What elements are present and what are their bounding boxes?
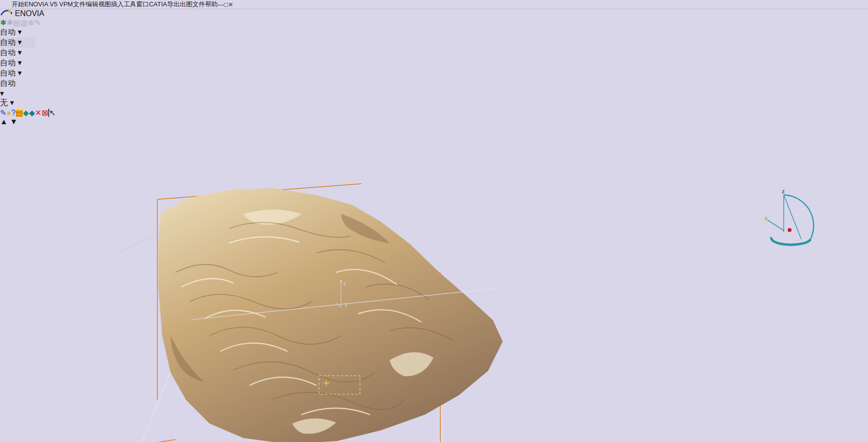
maximize-button[interactable]: □ [224, 1, 228, 8]
scroll-down-icon[interactable]: ▼ [10, 117, 18, 126]
toolbar-row-2: ENOVIA ✱✱▤▥⊕✎ 自动 ▾ 自动 ▾ 自动 ▾ 自动 ▾ 自动 [0, 9, 868, 117]
flag-tools-icon[interactable]: ✱ [0, 19, 6, 27]
enovia-logo: ENOVIA [0, 9, 868, 18]
auto-dropdown-6[interactable]: 自动 ▾ [0, 78, 20, 98]
chevron-down-icon: ▾ [10, 98, 14, 107]
minimize-button[interactable]: — [218, 1, 224, 8]
window-controls: —□✕ [218, 1, 233, 8]
menu-item[interactable]: 插入 [111, 0, 124, 8]
menu-item[interactable]: 开始 [12, 0, 24, 8]
view-compass [767, 195, 813, 245]
3d-viewport[interactable]: z y z x [0, 126, 868, 442]
close-button[interactable]: ✕ [228, 1, 233, 8]
menu-item[interactable]: ENOVIA V5 VPM [24, 0, 73, 8]
auto-dropdown-3[interactable]: 自动 ▾ [0, 48, 35, 58]
svg-text:x: x [764, 215, 768, 222]
menu-item[interactable]: 窗口 [136, 0, 149, 8]
terrain-mesh [158, 188, 503, 442]
delete-icon[interactable]: ✕ [35, 109, 41, 117]
select-cursor-icon[interactable]: ↖ [49, 109, 56, 117]
svg-text:y: y [345, 302, 347, 307]
mesh-vertex-icon[interactable]: ◆ [23, 109, 29, 117]
chevron-down-icon: ▾ [18, 58, 21, 67]
gears-faded-icon[interactable]: ✱ [6, 19, 13, 27]
menu-item[interactable]: CATIA导出出图文件 [149, 0, 205, 8]
menu-item[interactable]: 视图 [98, 0, 111, 8]
svg-text:z: z [343, 281, 346, 286]
chevron-down-icon: ▾ [18, 48, 21, 57]
auto-dropdown-5[interactable]: 自动 ▾ [0, 68, 23, 78]
chevron-down-icon: ▾ [18, 38, 21, 46]
chevron-down-icon: ▾ [18, 69, 21, 77]
menu-item[interactable]: 工具 [124, 0, 136, 8]
whats-this-icon[interactable]: ? [11, 109, 16, 117]
windows-pair-icon[interactable]: ▥ [20, 19, 28, 27]
tree-scrollbar[interactable]: ▲ ▼ [0, 117, 868, 126]
enovia-logo-text: ENOVIA [15, 9, 44, 18]
ds-swoosh-icon [0, 9, 13, 16]
catia-window: 开始ENOVIA V5 VPM文件编辑视图插入工具窗口CATIA导出出图文件帮助… [0, 0, 868, 442]
menu-item[interactable]: 编辑 [86, 0, 98, 8]
auto-dropdown-1[interactable]: 自动 ▾ [0, 27, 35, 38]
menu-item[interactable]: 帮助 [205, 0, 218, 8]
delete-mesh-icon[interactable]: ⊠ [41, 109, 48, 117]
menu-item[interactable]: 文件 [73, 0, 86, 8]
menu-items: 开始ENOVIA V5 VPM文件编辑视图插入工具窗口CATIA导出出图文件帮助 [12, 0, 218, 9]
auto-dropdown-2[interactable]: 自动 ▾ [0, 38, 35, 48]
app-icon[interactable] [1, 1, 9, 8]
auto-dropdown-4[interactable]: 自动 ▾ [0, 58, 35, 68]
terrain-scene: z y z x [0, 126, 868, 442]
chevron-down-icon: ▾ [0, 89, 4, 97]
window-faded-icon[interactable]: ▤ [13, 19, 20, 27]
link-disabled-icon[interactable]: ⊕ [28, 19, 34, 27]
svg-text:z: z [782, 188, 785, 195]
none-dropdown[interactable]: 无 ▾ [0, 98, 37, 108]
link-edit-disabled-icon[interactable]: ✎ [34, 19, 40, 27]
mesh-edit-icon[interactable]: ◆ [29, 109, 35, 117]
menu-bar: 开始ENOVIA V5 VPM文件编辑视图插入工具窗口CATIA导出出图文件帮助… [0, 0, 868, 9]
scroll-up-icon[interactable]: ▲ [0, 117, 8, 126]
chevron-down-icon: ▾ [18, 28, 21, 36]
color-book-icon[interactable]: ▤ [16, 109, 23, 117]
wand-ball-icon[interactable]: ● [6, 109, 11, 117]
paintbrush-icon[interactable]: ✎ [0, 109, 6, 117]
